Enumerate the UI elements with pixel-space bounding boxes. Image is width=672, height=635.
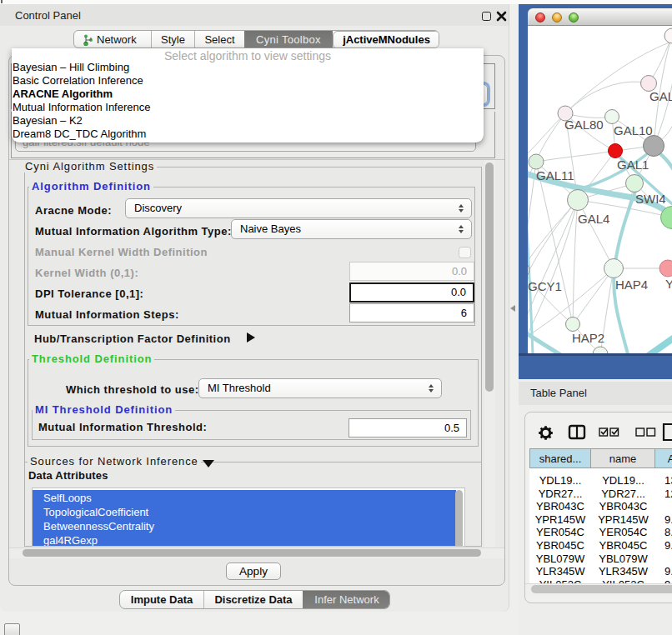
svg-text:GAL10: GAL10 xyxy=(614,123,653,138)
svg-text:YD: YD xyxy=(665,277,672,291)
svg-text:GAL2: GAL2 xyxy=(649,89,672,103)
svg-text:GCY1: GCY1 xyxy=(528,279,562,293)
svg-text:SWI4: SWI4 xyxy=(635,192,666,206)
svg-text:GAL80: GAL80 xyxy=(564,118,604,132)
svg-text:GAL4: GAL4 xyxy=(578,212,609,226)
svg-text:GAL1: GAL1 xyxy=(617,158,649,172)
svg-text:HAP4: HAP4 xyxy=(615,278,648,292)
svg-text:HAP2: HAP2 xyxy=(572,331,604,345)
svg-text:GAL11: GAL11 xyxy=(536,168,574,182)
